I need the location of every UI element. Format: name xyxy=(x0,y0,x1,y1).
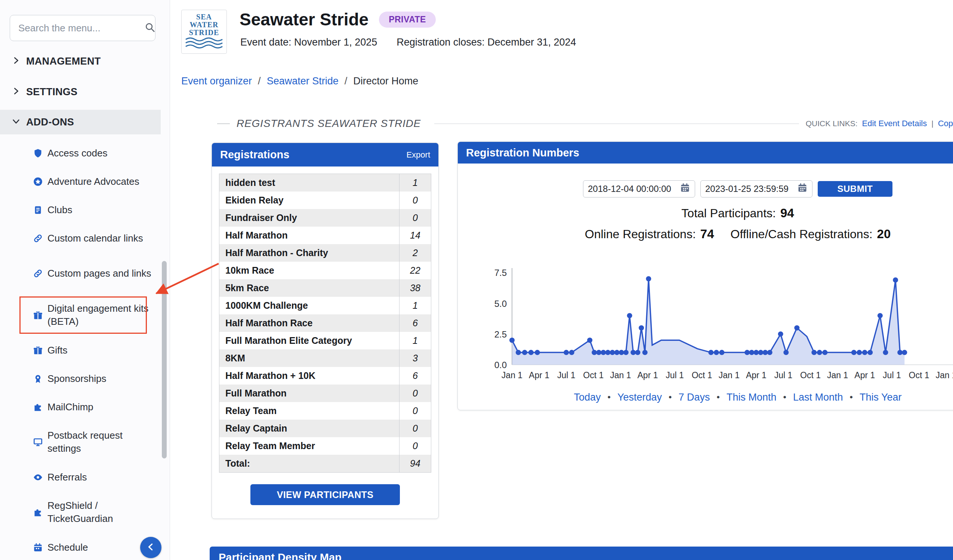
registrations-panel: Registrations Export hidden test1 Ekiden… xyxy=(211,142,439,519)
sidebar-item-clubs[interactable]: Clubs xyxy=(0,196,170,224)
chevron-left-icon xyxy=(146,542,156,553)
table-row: Relay Team0 xyxy=(219,402,431,420)
sidebar-item-gifts[interactable]: Gifts xyxy=(0,336,170,364)
edit-event-details-link[interactable]: Edit Event Details xyxy=(862,119,927,128)
sidebar-section-management[interactable]: MANAGEMENT xyxy=(0,49,170,74)
sidebar-item-postback-request-settings[interactable]: Postback request settings xyxy=(0,421,170,463)
table-row: Relay Team Member0 xyxy=(219,437,431,455)
sidebar-item-referrals[interactable]: Referrals xyxy=(0,463,170,491)
event-date-text: Event date: November 1, 2025 xyxy=(240,37,377,48)
table-row: 8KM3 xyxy=(219,350,431,367)
range-link-last-month[interactable]: Last Month xyxy=(793,391,843,403)
search-icon[interactable] xyxy=(144,22,155,34)
sidebar: MANAGEMENT SETTINGS ADD-ONS Access codes… xyxy=(0,0,170,560)
range-link-today[interactable]: Today xyxy=(574,391,601,403)
view-participants-button[interactable]: VIEW PARTICIPANTS xyxy=(250,484,400,505)
table-row: Relay Captain0 xyxy=(219,420,431,437)
svg-text:2.5: 2.5 xyxy=(494,329,507,339)
table-row: Ekiden Relay0 xyxy=(219,192,431,209)
svg-text:0.0: 0.0 xyxy=(494,360,507,370)
sidebar-section-addons[interactable]: ADD-ONS xyxy=(0,110,161,135)
sidebar-item-digital-engagement-kits[interactable]: Digital engagement kits (BETA) xyxy=(0,294,170,336)
sidebar-item-sponsorships[interactable]: Sponsorships xyxy=(0,364,170,393)
section-title: REGISTRANTS SEAWATER STRIDE xyxy=(237,118,421,130)
breadcrumb: Event organizer / Seawater Stride / Dire… xyxy=(181,76,418,87)
sidebar-item-access-codes[interactable]: Access codes xyxy=(0,139,170,167)
svg-text:5.0: 5.0 xyxy=(494,299,507,309)
table-row: Half Marathon Race6 xyxy=(219,314,431,332)
chevron-right-icon xyxy=(12,87,20,97)
logo-waves xyxy=(185,37,223,49)
copy-link[interactable]: Cop xyxy=(938,119,953,128)
offline-registrations-label: Offline/Cash Registrations: xyxy=(731,227,873,241)
event-logo: SEA WATER STRIDE xyxy=(181,10,227,54)
table-row: Full Marathon Elite Category1 xyxy=(219,332,431,350)
online-registrations-value: 74 xyxy=(700,227,714,241)
quick-links-label: QUICK LINKS: xyxy=(806,119,858,128)
chevron-right-icon xyxy=(12,56,20,66)
svg-text:Jan 1: Jan 1 xyxy=(827,370,848,380)
search-input[interactable] xyxy=(17,22,144,34)
total-participants-label: Total Participants: xyxy=(681,206,776,220)
range-link-yesterday[interactable]: Yesterday xyxy=(618,391,662,403)
registration-closes-text: Registration closes: December 31, 2024 xyxy=(397,37,576,48)
range-link-7-days[interactable]: 7 Days xyxy=(678,391,710,403)
private-badge: PRIVATE xyxy=(379,12,436,28)
svg-text:Oct 1: Oct 1 xyxy=(800,370,821,380)
sidebar-addons-items: Access codes Adventure Advocates Clubs C… xyxy=(0,139,170,560)
range-link-this-month[interactable]: This Month xyxy=(726,391,777,403)
export-button[interactable]: Export xyxy=(406,150,430,160)
calendar-icon xyxy=(33,543,43,552)
chevron-down-icon xyxy=(12,117,20,127)
registration-numbers-panel: Registration Numbers 2018-12-04 00:00:00… xyxy=(458,141,953,410)
svg-text:Oct 1: Oct 1 xyxy=(692,370,712,380)
sidebar-scrollbar-thumb[interactable] xyxy=(162,261,167,458)
link-icon xyxy=(33,234,43,243)
sidebar-section-label: MANAGEMENT xyxy=(26,56,101,67)
logo-text-line: SEA xyxy=(196,13,212,21)
sidebar-section-settings[interactable]: SETTINGS xyxy=(0,79,170,104)
breadcrumb-event-organizer[interactable]: Event organizer xyxy=(181,76,252,87)
date-range-controls: 2018-12-04 00:00:00 2023-01-25 23:59:59 … xyxy=(458,180,953,198)
range-link-this-year[interactable]: This Year xyxy=(860,391,902,403)
svg-text:Apr 1: Apr 1 xyxy=(746,370,767,380)
gift-icon xyxy=(33,310,43,320)
puzzle-icon xyxy=(33,507,43,517)
date-from-input[interactable]: 2018-12-04 00:00:00 xyxy=(583,180,695,198)
referral-eye-icon xyxy=(33,472,43,482)
calendar-icon[interactable] xyxy=(797,183,808,195)
svg-text:Jul 1: Jul 1 xyxy=(775,370,793,380)
registrations-panel-title: Registrations xyxy=(220,149,289,161)
main-content: SEA WATER STRIDE Seawater Stride PRIVATE… xyxy=(171,0,953,560)
sidebar-item-adventure-advocates[interactable]: Adventure Advocates xyxy=(0,167,170,196)
calendar-icon[interactable] xyxy=(680,183,690,195)
svg-text:Jan 1: Jan 1 xyxy=(719,370,740,380)
offline-registrations-value: 20 xyxy=(877,227,891,241)
table-row: Full Marathon0 xyxy=(219,385,431,402)
total-participants-value: 94 xyxy=(780,206,794,220)
registration-numbers-panel-header: Registration Numbers xyxy=(458,142,953,164)
quick-links-pipe: | xyxy=(931,119,933,128)
registrations-line-chart: 0.02.55.07.5Jan 1Apr 1Jul 1Oct 1Jan 1Apr… xyxy=(480,258,953,388)
svg-text:Apr 1: Apr 1 xyxy=(854,370,875,380)
submit-button[interactable]: SUBMIT xyxy=(818,181,892,197)
logo-text-line: WATER xyxy=(190,21,219,29)
table-row: Half Marathon - Charity2 xyxy=(219,244,431,262)
sidebar-item-custom-pages-links[interactable]: Custom pages and links xyxy=(0,252,170,294)
sidebar-section-label: ADD-ONS xyxy=(26,116,74,128)
page-title: Seawater Stride xyxy=(239,9,368,30)
svg-text:7.5: 7.5 xyxy=(494,268,507,278)
participant-density-map-title: Participant Density Map xyxy=(219,551,341,560)
svg-text:Jan 1: Jan 1 xyxy=(501,370,523,380)
date-to-input[interactable]: 2023-01-25 23:59:59 xyxy=(700,180,812,198)
sidebar-item-regshield-ticketguardian[interactable]: RegShield / TicketGuardian xyxy=(0,491,170,533)
ledger-icon xyxy=(33,205,43,215)
sidebar-item-custom-calendar-links[interactable]: Custom calendar links xyxy=(0,224,170,252)
registration-numbers-panel-title: Registration Numbers xyxy=(466,147,579,159)
breadcrumb-seawater-stride[interactable]: Seawater Stride xyxy=(267,76,338,87)
table-total-row: Total:94 xyxy=(219,455,431,472)
puzzle-icon xyxy=(33,402,43,412)
online-offline-line: Online Registrations: 74 Offline/Cash Re… xyxy=(458,227,953,241)
sidebar-item-mailchimp[interactable]: MailChimp xyxy=(0,393,170,421)
sidebar-collapse-button[interactable] xyxy=(140,537,161,558)
